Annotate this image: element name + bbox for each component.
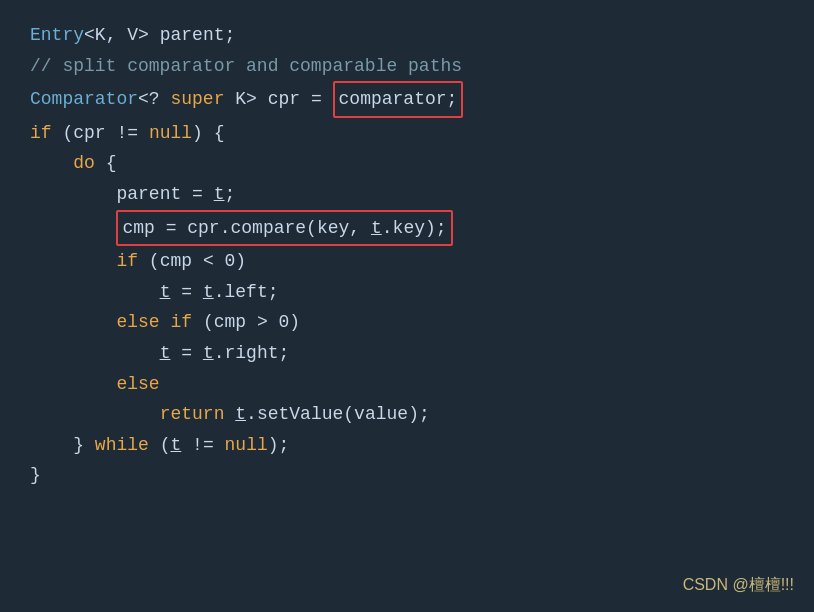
- code-block: Entry<K, V> parent; // split comparator …: [0, 0, 814, 511]
- code-line-5: do {: [30, 148, 784, 179]
- code-line-11: t = t.right;: [30, 338, 784, 369]
- code-line-15: }: [30, 460, 784, 491]
- watermark: CSDN @檀檀!!!: [683, 575, 794, 596]
- code-line-8: if (cmp < 0): [30, 246, 784, 277]
- code-line-1: Entry<K, V> parent;: [30, 20, 784, 51]
- code-line-6: parent = t;: [30, 179, 784, 210]
- code-line-2: // split comparator and comparable paths: [30, 51, 784, 82]
- code-line-12: else: [30, 369, 784, 400]
- code-line-9: t = t.left;: [30, 277, 784, 308]
- code-line-4: if (cpr != null) {: [30, 118, 784, 149]
- code-line-3: Comparator<? super K> cpr = comparator;: [30, 81, 784, 118]
- code-line-7: cmp = cpr.compare(key, t.key);: [30, 210, 784, 247]
- code-line-13: return t.setValue(value);: [30, 399, 784, 430]
- code-line-14: } while (t != null);: [30, 430, 784, 461]
- code-line-10: else if (cmp > 0): [30, 307, 784, 338]
- cmp-highlight: cmp = cpr.compare(key, t.key);: [116, 210, 452, 247]
- comparator-highlight: comparator;: [333, 81, 464, 118]
